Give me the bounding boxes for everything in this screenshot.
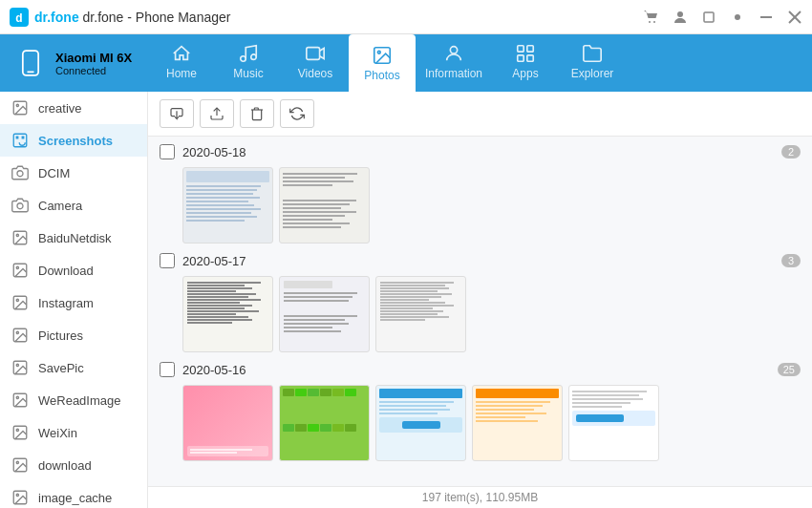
sidebar-label-creative: creative [38, 101, 82, 116]
refresh-button[interactable] [280, 99, 314, 128]
sidebar-label-camera: Camera [38, 199, 82, 213]
image8-icon [11, 424, 29, 441]
sidebar-item-creative[interactable]: creative [0, 92, 147, 124]
sidebar-label-download2: download [38, 458, 92, 473]
delete-button[interactable] [240, 99, 274, 128]
refresh-icon [289, 106, 305, 121]
album-checkbox-2020-05-16[interactable] [160, 362, 175, 377]
thumbnail-item[interactable] [375, 276, 466, 352]
sidebar-label-wereadimage: WeReadImage [38, 393, 120, 408]
device-status: Connected [55, 65, 132, 76]
image10-icon [11, 489, 29, 506]
header-bar: Xiaomi MI 6X Connected Home Music Videos… [0, 34, 812, 92]
sidebar-item-pictures[interactable]: Pictures [0, 319, 147, 351]
album-header-2020-05-16: 2020-05-16 25 [160, 362, 801, 377]
album-thumbnails-2020-05-16 [182, 385, 801, 461]
user-icon[interactable] [673, 10, 688, 25]
svg-point-11 [241, 56, 246, 62]
thumbnail-item[interactable] [182, 276, 273, 352]
settings-icon[interactable] [730, 10, 745, 25]
tab-information[interactable]: Information [416, 34, 492, 92]
album-count-2020-05-16: 25 [778, 363, 801, 376]
sidebar-label-baidunetdisk: BaiduNetdisk [38, 231, 112, 245]
sidebar-item-wereadimage[interactable]: WeReadImage [0, 384, 147, 416]
close-icon[interactable] [787, 10, 802, 25]
minimize-icon[interactable] [759, 10, 774, 25]
thumbnail-item[interactable] [279, 385, 370, 461]
drfone-logo-icon: d [10, 8, 29, 27]
status-text: 197 item(s), 110.95MB [422, 491, 538, 504]
album-section-2020-05-17: 2020-05-17 3 [160, 253, 801, 352]
window-icon[interactable] [701, 10, 716, 25]
sidebar-label-dcim: DCIM [38, 166, 70, 180]
svg-point-29 [16, 266, 18, 268]
svg-point-3 [653, 21, 655, 23]
thumbnail-item[interactable] [472, 385, 563, 461]
titlebar-left: d dr.fone dr.fone - Phone Manager [10, 8, 230, 27]
sidebar-label-weixin: WeiXin [38, 426, 77, 440]
main-content: creative Screenshots DCIM Camera BaiduNe… [0, 92, 812, 508]
svg-point-41 [16, 461, 18, 463]
tab-photos[interactable]: Photos [349, 34, 416, 92]
sidebar-label-download: Download [38, 264, 94, 278]
content-area: 2020-05-18 2 [148, 92, 812, 508]
sidebar-item-baidunetdisk[interactable]: BaiduNetdisk [0, 222, 147, 254]
album-checkbox-2020-05-17[interactable] [160, 253, 175, 268]
sidebar-item-image-cache[interactable]: image_cache [0, 481, 147, 508]
sidebar-item-savepic[interactable]: SavePic [0, 351, 147, 384]
album-section-2020-05-18: 2020-05-18 2 [160, 144, 801, 243]
svg-point-2 [649, 21, 651, 23]
image9-icon [11, 456, 29, 474]
album-checkbox-2020-05-18[interactable] [160, 144, 175, 159]
sidebar-item-screenshots[interactable]: Screenshots [0, 124, 147, 157]
album-header-left-2: 2020-05-17 [160, 253, 246, 268]
tab-apps[interactable]: Apps [492, 34, 559, 92]
thumbnail-item[interactable] [279, 276, 370, 352]
device-name: Xiaomi MI 6X [55, 51, 132, 65]
image-icon [11, 99, 29, 116]
tab-music[interactable]: Music [215, 34, 282, 92]
titlebar-controls [644, 10, 802, 25]
camera-icon [11, 164, 29, 181]
app-title: dr.fone dr.fone - Phone Manager [34, 10, 230, 25]
svg-text:d: d [15, 11, 22, 25]
thumbnail-item[interactable] [375, 385, 466, 461]
album-date-2020-05-18: 2020-05-18 [182, 145, 246, 159]
import-button[interactable] [160, 99, 194, 128]
titlebar: d dr.fone dr.fone - Phone Manager [0, 0, 812, 34]
tab-home[interactable]: Home [148, 34, 215, 92]
tab-explorer[interactable]: Explorer [559, 34, 626, 92]
album-header-2020-05-17: 2020-05-17 3 [160, 253, 801, 268]
album-count-2020-05-18: 2 [781, 145, 801, 159]
toolbar [148, 92, 812, 137]
sidebar-item-weixin[interactable]: WeiXin [0, 416, 147, 449]
album-header-left: 2020-05-18 [160, 144, 246, 159]
svg-point-33 [16, 331, 18, 333]
thumbnail-item[interactable] [182, 385, 273, 461]
screenshot-icon [11, 132, 29, 149]
svg-point-43 [16, 494, 18, 496]
sidebar-label-savepic: SavePic [38, 361, 84, 375]
export-button[interactable] [200, 99, 234, 128]
cart-icon[interactable] [644, 10, 659, 25]
sidebar-label-screenshots: Screenshots [38, 134, 113, 148]
sidebar-item-instagram[interactable]: Instagram [0, 286, 147, 319]
album-thumbnails-2020-05-17 [182, 276, 801, 352]
album-header-left-3: 2020-05-16 [160, 362, 246, 377]
sidebar-item-download2[interactable]: download [0, 449, 147, 481]
nav-tabs: Home Music Videos Photos Information App… [148, 34, 812, 92]
thumbnail-item[interactable] [279, 167, 370, 243]
sidebar: creative Screenshots DCIM Camera BaiduNe… [0, 92, 148, 508]
svg-point-4 [677, 11, 683, 17]
tab-videos[interactable]: Videos [282, 34, 349, 92]
image7-icon [11, 392, 29, 409]
status-bar: 197 item(s), 110.95MB [148, 486, 812, 508]
sidebar-item-camera[interactable]: Camera [0, 189, 147, 222]
albums-container: 2020-05-18 2 [148, 137, 812, 486]
svg-point-31 [16, 299, 18, 301]
thumbnail-item[interactable] [182, 167, 273, 243]
thumbnail-item[interactable] [568, 385, 659, 461]
svg-point-25 [17, 203, 23, 209]
sidebar-item-dcim[interactable]: DCIM [0, 157, 147, 189]
sidebar-item-download[interactable]: Download [0, 254, 147, 286]
